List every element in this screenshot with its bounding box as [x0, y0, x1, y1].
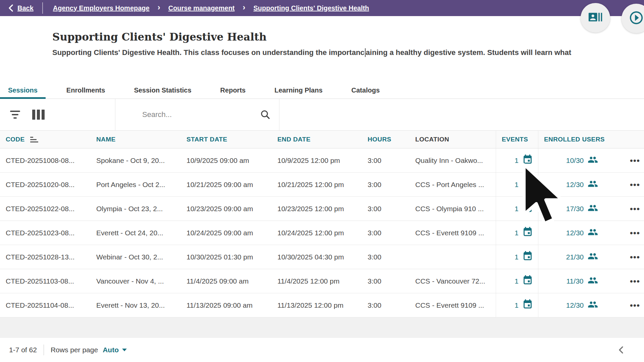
rows-per-page-select[interactable]: Auto	[103, 346, 127, 354]
session-name[interactable]: Port Angeles - Oct 2...	[91, 181, 181, 189]
breadcrumb-link[interactable]: Supporting Clients' Digestive Health	[254, 4, 369, 12]
column-header-events[interactable]: EVENTS	[496, 131, 538, 148]
breadcrumb-separator-icon: ›	[158, 3, 160, 11]
more-actions-icon[interactable]: •••	[630, 277, 640, 286]
tab-sessions[interactable]: Sessions	[0, 82, 46, 99]
column-header-end-date[interactable]: END DATE	[272, 136, 362, 143]
table-row[interactable]: CTED-20251103-08... Vancouver - Nov 4, .…	[0, 269, 644, 293]
column-header-enrolled-users[interactable]: ENROLLED USERS	[538, 131, 626, 148]
calendar-icon[interactable]	[523, 251, 533, 263]
events-count: 1	[515, 301, 519, 309]
calendar-icon[interactable]	[523, 275, 533, 287]
contacts-panel-button[interactable]	[581, 3, 610, 33]
column-header-name[interactable]: NAME	[91, 136, 181, 143]
row-actions[interactable]: •••	[626, 253, 644, 261]
session-enrolled[interactable]: 12/30	[538, 173, 626, 196]
session-enrolled[interactable]: 17/30	[538, 197, 626, 221]
back-button[interactable]: Back	[8, 4, 34, 12]
session-enrolled[interactable]: 21/30	[538, 245, 626, 269]
session-name[interactable]: Everett - Oct 24, 20...	[91, 229, 181, 237]
calendar-icon[interactable]	[523, 179, 533, 190]
column-header-hours[interactable]: HOURS	[362, 136, 410, 143]
calendar-icon[interactable]	[523, 299, 533, 311]
row-actions[interactable]: •••	[626, 301, 644, 310]
table-row[interactable]: CTED-20251104-08... Everett - Nov 13, 20…	[0, 293, 644, 317]
caret-down-icon	[122, 349, 127, 351]
session-name[interactable]: Spokane - Oct 9, 20...	[91, 157, 181, 165]
search-input[interactable]	[115, 110, 260, 119]
session-start-date: 10/24/2025 09:00 am	[181, 229, 272, 237]
tab-session-statistics[interactable]: Session Statistics	[126, 82, 199, 99]
session-enrolled[interactable]: 11/30	[538, 269, 626, 293]
row-actions[interactable]: •••	[626, 204, 644, 213]
session-name[interactable]: Everett - Nov 13, 20...	[91, 301, 181, 309]
session-enrolled[interactable]: 12/30	[538, 221, 626, 245]
group-icon	[588, 275, 598, 287]
session-enrolled[interactable]: 12/30	[538, 293, 626, 317]
group-icon	[588, 203, 598, 215]
tab-reports[interactable]: Reports	[212, 82, 254, 99]
filter-icon	[10, 111, 20, 119]
session-events[interactable]: 1	[496, 148, 538, 172]
table-row[interactable]: CTED-20251028-13... Webinar - Oct 30, 2.…	[0, 245, 644, 269]
search-icon[interactable]	[260, 110, 270, 120]
session-events[interactable]: 1	[496, 269, 538, 293]
calendar-icon[interactable]	[523, 203, 533, 215]
session-events[interactable]: 1	[496, 221, 538, 245]
session-hours: 3:00	[362, 253, 410, 261]
events-count: 1	[515, 253, 519, 261]
session-name[interactable]: Vancouver - Nov 4, ...	[91, 277, 181, 285]
group-icon	[588, 227, 598, 239]
session-start-date: 10/9/2025 09:00 am	[181, 157, 272, 165]
column-header-location[interactable]: LOCATION	[410, 136, 496, 143]
enrolled-count: 12/30	[566, 181, 584, 189]
breadcrumb-link[interactable]: Course management	[168, 4, 235, 12]
table-row[interactable]: CTED-20251023-08... Everett - Oct 24, 20…	[0, 221, 644, 245]
more-actions-icon[interactable]: •••	[630, 301, 640, 310]
session-end-date: 10/9/2025 12:00 pm	[272, 157, 362, 165]
session-name[interactable]: Olympia - Oct 23, 2...	[91, 205, 181, 213]
session-enrolled[interactable]: 10/30	[538, 148, 626, 172]
top-navigation-bar: Back Agency Employers Homepage›Course ma…	[0, 0, 644, 16]
more-actions-icon[interactable]: •••	[630, 156, 640, 165]
column-header-start-date[interactable]: START DATE	[181, 136, 272, 143]
table-row[interactable]: CTED-20251022-08... Olympia - Oct 23, 2.…	[0, 197, 644, 221]
row-actions[interactable]: •••	[626, 229, 644, 237]
calendar-icon[interactable]	[523, 155, 533, 166]
session-events[interactable]: 1	[496, 245, 538, 269]
session-start-date: 11/4/2025 09:00 am	[181, 277, 272, 285]
previous-page-button[interactable]	[617, 345, 626, 355]
table-row[interactable]: CTED-20251008-08... Spokane - Oct 9, 20.…	[0, 148, 644, 173]
session-code: CTED-20251104-08...	[0, 301, 91, 309]
manage-columns-button[interactable]	[32, 110, 45, 120]
more-actions-icon[interactable]: •••	[630, 229, 640, 237]
course-description: Supporting Clients' Digestive Health. Th…	[52, 48, 644, 58]
table-footer-spacer	[0, 317, 644, 338]
session-start-date: 11/13/2025 09:00 am	[181, 301, 272, 309]
more-actions-icon[interactable]: •••	[630, 180, 640, 189]
row-actions[interactable]: •••	[626, 180, 644, 189]
session-events[interactable]: 1	[496, 173, 538, 196]
calendar-icon[interactable]	[523, 227, 533, 239]
session-events[interactable]: 1	[496, 197, 538, 221]
session-events[interactable]: 1	[496, 293, 538, 317]
tab-enrollments[interactable]: Enrollments	[58, 82, 113, 99]
session-location: CCS - Olympia 910 ...	[410, 205, 496, 213]
tab-catalogs[interactable]: Catalogs	[343, 82, 388, 99]
back-label: Back	[17, 4, 34, 12]
session-name[interactable]: Webinar - Oct 30, 2...	[91, 253, 181, 261]
sessions-table-body: CTED-20251008-08... Spokane - Oct 9, 20.…	[0, 148, 644, 317]
course-tabs: SessionsEnrollmentsSession StatisticsRep…	[0, 82, 644, 99]
column-header-code[interactable]: CODE	[0, 136, 91, 143]
table-row[interactable]: CTED-20251020-08... Port Angeles - Oct 2…	[0, 173, 644, 197]
group-icon	[588, 299, 598, 311]
row-actions[interactable]: •••	[626, 277, 644, 286]
tab-learning-plans[interactable]: Learning Plans	[266, 82, 330, 99]
breadcrumb-link[interactable]: Agency Employers Homepage	[53, 4, 150, 12]
filter-button[interactable]	[10, 111, 20, 119]
row-actions[interactable]: •••	[626, 156, 644, 165]
more-actions-icon[interactable]: •••	[630, 253, 640, 261]
events-count: 1	[515, 181, 519, 189]
session-location: CCS - Port Angeles ...	[410, 181, 496, 189]
more-actions-icon[interactable]: •••	[630, 204, 640, 213]
